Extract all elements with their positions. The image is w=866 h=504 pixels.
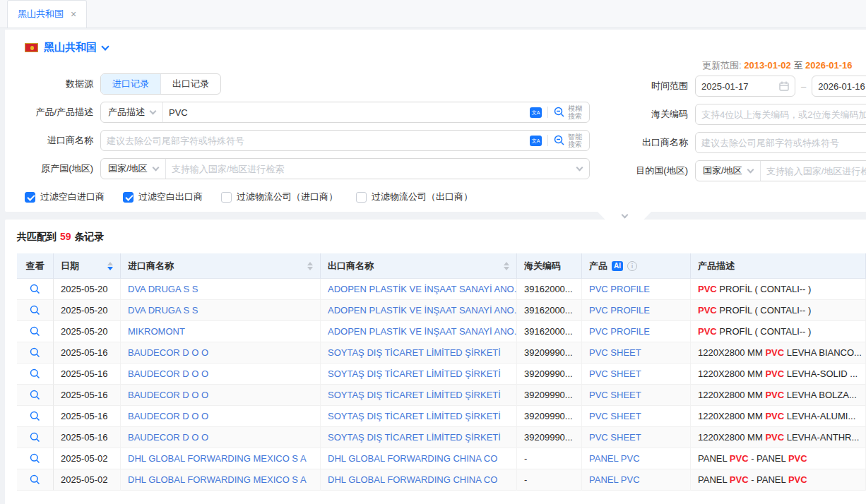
exporter-link[interactable]: ADOPEN PLASTİK VE İNŞAAT SANAYİ ANO... [328, 326, 517, 337]
column-header-date[interactable]: 日期 [54, 253, 121, 279]
product-link[interactable]: PVC PROFILE [589, 284, 650, 294]
view-record-button[interactable] [17, 448, 54, 469]
importer-link[interactable]: DHL GLOBAL FORWARDING MEXICO S A [128, 453, 307, 464]
importer-link[interactable]: BAUDECOR D O O [128, 411, 208, 421]
view-record-button[interactable] [17, 406, 54, 427]
tab-montenegro[interactable]: 黑山共和国 × [7, 0, 87, 28]
exporter-input[interactable] [696, 133, 866, 152]
importer-link[interactable]: BAUDECOR D O O [128, 347, 208, 358]
translate-icon[interactable]: 文A [530, 136, 542, 146]
tab-export-records[interactable]: 出口记录 [160, 74, 220, 94]
product-link[interactable]: PANEL PVC [589, 453, 640, 464]
product-link[interactable]: PVC SHEET [589, 432, 641, 443]
exporter-link[interactable]: SOYTAŞ DIŞ TİCARET LİMİTED ŞİRKETİ [328, 432, 501, 443]
checkbox-filter-logistics-exporter[interactable]: 过滤物流公司（出口商） [356, 191, 473, 203]
view-record-icon [30, 411, 40, 421]
exporter-link[interactable]: SOYTAŞ DIŞ TİCARET LİMİTED ŞİRKETİ [328, 368, 501, 379]
exporter-link[interactable]: SOYTAŞ DIŞ TİCARET LİMİTED ŞİRKETİ [328, 411, 501, 421]
importer-link[interactable]: BAUDECOR D O O [128, 368, 208, 379]
hs-code-cell: 39209990... [517, 385, 582, 406]
checkbox-filter-blank-exporter[interactable]: 过滤空白出口商 [123, 191, 203, 203]
importer-input[interactable] [101, 131, 526, 150]
exporter-link[interactable]: ADOPEN PLASTİK VE İNŞAAT SANAYİ ANO... [328, 284, 517, 294]
importer-row: 进口商名称 文A 智能搜索 [5, 130, 607, 151]
importer-link[interactable]: MIKROMONT [128, 326, 185, 337]
product-cell: PVC SHEET [582, 364, 691, 385]
importer-link[interactable]: BAUDECOR D O O [128, 432, 208, 443]
end-date-input[interactable] [818, 77, 866, 95]
product-link[interactable]: PVC PROFILE [589, 305, 650, 316]
view-record-button[interactable] [17, 364, 54, 385]
view-record-button[interactable] [17, 427, 54, 448]
sort-icon[interactable] [107, 262, 113, 270]
exporter-link[interactable]: SOYTAŞ DIŞ TİCARET LİMİTED ŞİRKETİ [328, 390, 501, 400]
date-cell: 2025-05-20 [54, 300, 121, 321]
time-range-row: 时间范围 – [607, 76, 866, 97]
hs-code-cell: - [517, 448, 582, 469]
view-record-button[interactable] [17, 300, 54, 321]
translate-icon[interactable]: 文A [530, 107, 542, 118]
checkbox-filter-blank-importer[interactable]: 过滤空白进口商 [25, 191, 105, 203]
table-row: 2025-05-16BAUDECOR D O OSOYTAŞ DIŞ TİCAR… [17, 406, 866, 427]
origin-country-input[interactable] [166, 160, 573, 178]
view-record-button[interactable] [17, 279, 54, 300]
column-header-importer[interactable]: 进口商名称 [121, 253, 321, 279]
hs-code-input[interactable] [696, 105, 866, 124]
date-cell: 2025-05-20 [54, 321, 121, 342]
results-table: 查看 日期 进口商名称 出口商名称 海关编码 [17, 253, 866, 491]
divider [547, 135, 548, 146]
origin-country-select[interactable]: 国家/地区 [101, 159, 166, 179]
sort-icon[interactable] [504, 262, 509, 270]
exporter-link[interactable]: DHL GLOBAL FORWARDING CHINA CO [328, 474, 497, 485]
smart-search-toggle[interactable]: 智能搜索 [554, 133, 582, 148]
product-link[interactable]: PVC SHEET [589, 390, 641, 400]
end-date-picker[interactable] [812, 76, 866, 97]
calendar-icon [779, 81, 789, 91]
importer-link[interactable]: DVA DRUGA S S [128, 305, 198, 316]
product-cell: PVC SHEET [582, 427, 691, 448]
close-icon[interactable]: × [71, 9, 76, 19]
exporter-cell: SOYTAŞ DIŞ TİCARET LİMİTED ŞİRKETİ [321, 385, 517, 406]
sort-icon[interactable] [307, 262, 313, 270]
column-header-exporter[interactable]: 出口商名称 [321, 253, 517, 279]
date-cell: 2025-05-16 [54, 385, 121, 406]
start-date-input[interactable] [701, 77, 775, 95]
checkbox-filter-logistics-importer[interactable]: 过滤物流公司（进口商） [221, 191, 338, 203]
importer-link[interactable]: DVA DRUGA S S [128, 284, 198, 294]
importer-link[interactable]: BAUDECOR D O O [128, 390, 208, 400]
table-row: 2025-05-20DVA DRUGA S SADOPEN PLASTİK VE… [17, 279, 866, 300]
product-link[interactable]: PVC PROFILE [589, 326, 650, 337]
info-icon[interactable]: i [627, 261, 637, 271]
column-header-view: 查看 [17, 253, 54, 279]
tab-import-records[interactable]: 进口记录 [101, 74, 160, 94]
results-card: 共匹配到59条记录 查看 日期 进口商名称 [5, 220, 866, 504]
fuzzy-search-toggle[interactable]: 模糊搜索 [554, 104, 582, 120]
start-date-picker[interactable] [695, 76, 795, 97]
importer-link[interactable]: DHL GLOBAL FORWARDING MEXICO S A [128, 474, 307, 485]
view-record-button[interactable] [17, 321, 54, 342]
view-record-button[interactable] [17, 469, 54, 491]
checkbox-icon [221, 192, 232, 203]
destination-select[interactable]: 国家/地区 [696, 161, 761, 181]
importer-cell: BAUDECOR D O O [121, 385, 321, 406]
product-link[interactable]: PVC SHEET [589, 411, 641, 421]
country-header[interactable]: 黑山共和国 [5, 35, 866, 59]
exporter-cell: DHL GLOBAL FORWARDING CHINA CO [321, 448, 517, 469]
table-row: 2025-05-16BAUDECOR D O OSOYTAŞ DIŞ TİCAR… [17, 427, 866, 448]
hs-code-cell: 39162000... [517, 300, 582, 321]
search-form-card: 黑山共和国 数据源 进口记录 出口记录 产品/产品描述 产品描述 [5, 30, 866, 212]
exporter-link[interactable]: DHL GLOBAL FORWARDING CHINA CO [328, 453, 497, 464]
description-cell: 1220X2800 MM PVC LEVHA-SOLID ... [691, 364, 866, 385]
product-input[interactable] [163, 103, 526, 121]
view-record-button[interactable] [17, 342, 54, 364]
product-link[interactable]: PVC SHEET [589, 347, 641, 358]
view-record-button[interactable] [17, 385, 54, 406]
update-range-from: 2013-01-02 [744, 60, 791, 71]
product-type-select[interactable]: 产品描述 [101, 102, 163, 122]
exporter-link[interactable]: SOYTAŞ DIŞ TİCARET LİMİTED ŞİRKETİ [328, 347, 501, 358]
importer-cell: MIKROMONT [121, 321, 321, 342]
destination-input[interactable] [761, 162, 866, 180]
exporter-link[interactable]: ADOPEN PLASTİK VE İNŞAAT SANAYİ ANO... [328, 305, 517, 316]
product-link[interactable]: PANEL PVC [589, 474, 640, 485]
product-link[interactable]: PVC SHEET [589, 368, 641, 379]
